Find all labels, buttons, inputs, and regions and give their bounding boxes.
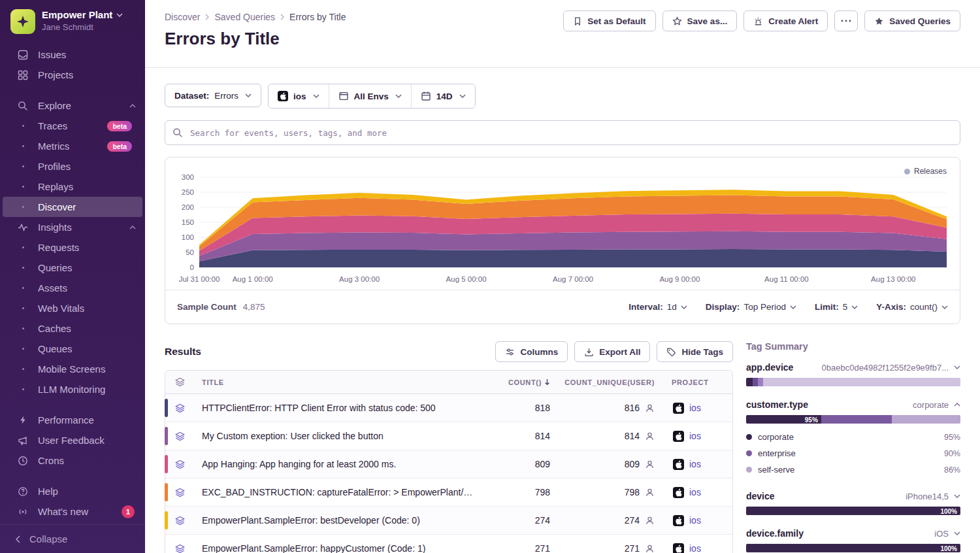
org-user-name: Jane Schmidt <box>42 22 123 32</box>
column-header-count[interactable]: COUNT() <box>484 378 559 386</box>
sidebar-item-crons[interactable]: Crons <box>3 450 142 471</box>
display-selector[interactable]: Display: Top Period <box>706 302 796 312</box>
tag-legend-row[interactable]: corporate 95% <box>746 429 960 445</box>
save-as-button[interactable]: Save as... <box>662 10 738 31</box>
results-buttons: Columns Export All Hide Tags <box>495 341 733 362</box>
search-bar <box>165 120 960 145</box>
sidebar-item-caches[interactable]: Caches <box>3 318 142 339</box>
sidebar-section-explore[interactable]: Explore <box>3 95 142 116</box>
row-title[interactable]: App Hanging: App hanging for at least 20… <box>194 459 484 469</box>
sidebar-collapse-button[interactable]: Collapse <box>0 524 145 553</box>
project-link[interactable]: ios <box>689 515 701 526</box>
sidebar-item-web-vitals[interactable]: Web Vitals <box>3 298 142 318</box>
project-selector[interactable]: ios <box>269 84 329 108</box>
set-as-default-button[interactable]: Set as Default <box>563 10 655 31</box>
tag-section-header[interactable]: device.family iOS <box>746 528 960 539</box>
row-title[interactable]: My Custom exeption: User clicked the but… <box>194 431 484 441</box>
svg-text:50: 50 <box>186 248 194 256</box>
saved-queries-button[interactable]: Saved Queries <box>864 10 960 31</box>
tag-bar-segment <box>758 378 763 386</box>
sidebar-item-metrics[interactable]: Metrics beta <box>3 136 142 156</box>
row-title[interactable]: HTTPClientError: HTTP Client Error with … <box>194 403 484 413</box>
table-row[interactable]: App Hanging: App hanging for at least 20… <box>165 450 732 478</box>
sidebar-item-requests[interactable]: Requests <box>3 237 142 258</box>
tag-distribution-bar[interactable] <box>746 378 960 386</box>
table-row[interactable]: EXC_BAD_INSTRUCTION: captureFatalError: … <box>165 478 732 507</box>
table-row[interactable]: EmpowerPlant.SampleError: happyCustomer … <box>165 535 732 553</box>
svg-text:300: 300 <box>182 173 194 181</box>
sidebar-item-profiles[interactable]: Profiles <box>3 156 142 176</box>
sidebar-item-mobile-screens[interactable]: Mobile Screens <box>3 359 142 379</box>
breadcrumb-saved-queries[interactable]: Saved Queries <box>214 12 275 22</box>
environment-selector[interactable]: All Envs <box>329 84 411 108</box>
tag-section-header[interactable]: app.device 0baebc0de4982f1255f2e9e9fb7..… <box>746 362 960 373</box>
search-input[interactable] <box>165 120 960 145</box>
tag-section-header[interactable]: device iPhone14,5 <box>746 491 960 501</box>
sidebar-item-queries[interactable]: Queries <box>3 258 142 278</box>
stacked-area-chart[interactable]: 050100150200250300Jul 31 00:00Aug 1 00:0… <box>169 161 956 290</box>
hide-tags-button[interactable]: Hide Tags <box>657 341 733 362</box>
tag-distribution-bar[interactable]: 95% <box>746 415 960 424</box>
column-header-title[interactable]: TITLE <box>194 378 484 386</box>
table-row[interactable]: EmpowerPlant.SampleError: bestDeveloper … <box>165 507 732 535</box>
releases-legend[interactable]: Releases <box>904 167 947 176</box>
tag-legend-row[interactable]: self-serve 86% <box>746 461 960 478</box>
sidebar-item-label: Discover <box>38 201 76 212</box>
columns-button[interactable]: Columns <box>495 341 568 362</box>
table-row[interactable]: HTTPClientError: HTTP Client Error with … <box>165 394 732 422</box>
sidebar-item-discover[interactable]: Discover <box>3 197 142 217</box>
column-header-count-unique[interactable]: COUNT_UNIQUE(USER) <box>559 378 664 386</box>
column-header-project[interactable]: PROJECT <box>664 378 732 386</box>
project-link[interactable]: ios <box>689 487 701 497</box>
interval-selector[interactable]: Interval: 1d <box>629 302 687 312</box>
sidebar-item-whats-new[interactable]: What's new 1 <box>3 501 142 522</box>
sidebar-item-traces[interactable]: Traces beta <box>3 116 142 136</box>
chevron-down-icon <box>313 94 319 98</box>
sidebar-item-queues[interactable]: Queues <box>3 339 142 359</box>
tag-distribution-bar[interactable]: 100% <box>746 507 960 515</box>
row-count-unique: 814 <box>625 431 640 441</box>
bullet-icon <box>17 186 29 188</box>
sidebar-item-performance[interactable]: Performance <box>3 410 142 430</box>
table-row[interactable]: My Custom exeption: User clicked the but… <box>165 422 732 450</box>
help-icon <box>17 486 29 497</box>
more-actions-button[interactable] <box>834 10 858 31</box>
row-count-unique: 816 <box>625 403 640 413</box>
stack-icon <box>165 488 194 497</box>
search-icon <box>17 101 29 111</box>
create-alert-button[interactable]: Create Alert <box>743 10 828 31</box>
display-value: Top Period <box>743 302 786 312</box>
sidebar-item-help[interactable]: Help <box>3 481 142 501</box>
sidebar-item-issues[interactable]: Issues <box>3 44 142 65</box>
tag-section-header[interactable]: customer.type corporate <box>746 399 960 410</box>
sidebar-item-assets[interactable]: Assets <box>3 278 142 298</box>
org-switcher[interactable]: Empower Plant Jane Schmidt <box>0 0 145 39</box>
tag-legend-row[interactable]: enterprise 90% <box>746 445 960 461</box>
sidebar-item-llm-monitoring[interactable]: LLM Monitoring <box>3 379 142 399</box>
svg-text:Jul 31 00:00: Jul 31 00:00 <box>179 275 220 283</box>
row-title[interactable]: EXC_BAD_INSTRUCTION: captureFatalError: … <box>194 487 484 497</box>
notification-badge: 1 <box>122 505 135 518</box>
project-link[interactable]: ios <box>689 431 701 441</box>
sidebar-item-label: Metrics <box>38 141 69 152</box>
chevron-down-icon <box>245 93 252 97</box>
project-link[interactable]: ios <box>689 403 701 413</box>
yaxis-selector[interactable]: Y-Axis: count() <box>876 302 948 312</box>
sidebar-section-insights[interactable]: Insights <box>3 217 142 237</box>
row-title[interactable]: EmpowerPlant.SampleError: happyCustomer … <box>194 543 484 553</box>
tag-section-app-device: app.device 0baebc0de4982f1255f2e9e9fb7..… <box>746 362 960 386</box>
breadcrumb-discover[interactable]: Discover <box>165 12 200 22</box>
dataset-selector[interactable]: Dataset: Errors <box>165 84 261 107</box>
sidebar-item-user-feedback[interactable]: User Feedback <box>3 430 142 450</box>
project-link[interactable]: ios <box>689 543 701 553</box>
sidebar-item-replays[interactable]: Replays <box>3 176 142 197</box>
lightning-icon <box>17 415 29 425</box>
tag-distribution-bar[interactable]: 100% <box>746 544 960 552</box>
export-all-button[interactable]: Export All <box>574 341 650 362</box>
sidebar-item-projects[interactable]: Projects <box>3 65 142 85</box>
row-title[interactable]: EmpowerPlant.SampleError: bestDeveloper … <box>194 515 484 526</box>
project-link[interactable]: ios <box>689 459 701 469</box>
legend-dot-icon <box>746 467 752 473</box>
date-range-selector[interactable]: 14D <box>411 84 475 108</box>
limit-selector[interactable]: Limit: 5 <box>815 302 858 312</box>
